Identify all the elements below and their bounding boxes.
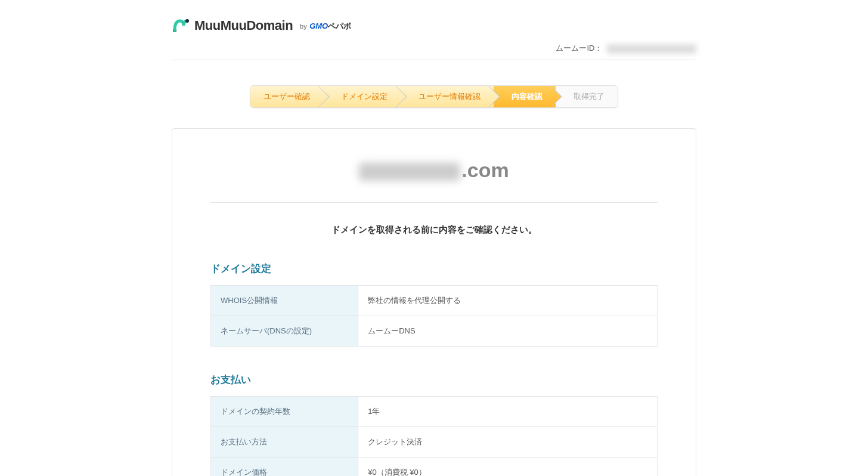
header-divider — [172, 60, 696, 60]
domain-tld: .com — [461, 159, 509, 181]
payment-method-value: クレジット決済 — [358, 427, 658, 458]
logo[interactable]: MuuMuuDomain by GMOペパボ — [172, 17, 696, 35]
logo-text: MuuMuuDomain — [194, 18, 293, 33]
contract-years-value: 1年 — [358, 397, 658, 427]
muumuu-logo-icon — [172, 17, 190, 35]
header: MuuMuuDomain by GMOペパボ ムームーID： — [172, 0, 696, 67]
confirmation-card: .com ドメインを取得される前に内容をご確認ください。 ドメイン設定 WHOI… — [172, 128, 696, 476]
title-divider — [210, 202, 658, 203]
logo-suffix: by GMOペパボ — [297, 20, 351, 32]
nameserver-label: ネームサーバ(DNSの設定) — [211, 316, 358, 347]
section-title-payment: お支払い — [210, 373, 658, 387]
step-content-confirm: 内容確認 — [494, 86, 556, 107]
instruction-text: ドメインを取得される前に内容をご確認ください。 — [190, 224, 678, 236]
domain-name-blurred — [359, 163, 460, 181]
whois-value: 弊社の情報を代理公開する — [358, 286, 658, 316]
step-user-info-confirm: ユーザー情報確認 — [401, 86, 494, 107]
domain-settings-table: WHOIS公開情報 弊社の情報を代理公開する ネームサーバ(DNSの設定) ムー… — [210, 285, 658, 347]
whois-label: WHOIS公開情報 — [211, 286, 358, 316]
section-title-domain-settings: ドメイン設定 — [210, 262, 658, 276]
domain-price-value: ¥0（消費税 ¥0） — [358, 458, 658, 477]
nameserver-value: ムームーDNS — [358, 316, 658, 347]
user-id-row: ムームーID： — [172, 35, 696, 60]
user-id-label: ムームーID： — [556, 44, 602, 52]
table-row: ドメインの契約年数 1年 — [211, 397, 658, 427]
step-user-confirm: ユーザー確認 — [250, 86, 323, 107]
table-row: ドメイン価格 ¥0（消費税 ¥0） — [211, 458, 658, 477]
table-row: お支払い方法 クレジット決済 — [211, 427, 658, 458]
svg-point-1 — [185, 19, 189, 23]
user-id-value — [607, 44, 696, 54]
contract-years-label: ドメインの契約年数 — [211, 397, 358, 427]
step-domain-settings: ドメイン設定 — [323, 86, 401, 107]
payment-table: ドメインの契約年数 1年 お支払い方法 クレジット決済 ドメイン価格 ¥0（消費… — [210, 396, 658, 476]
table-row: ネームサーバ(DNSの設定) ムームーDNS — [211, 316, 658, 347]
progress-steps: ユーザー確認 ドメイン設定 ユーザー情報確認 内容確認 取得完了 — [172, 67, 696, 128]
table-row: WHOIS公開情報 弊社の情報を代理公開する — [211, 286, 658, 316]
step-acquisition-complete: 取得完了 — [556, 86, 618, 107]
domain-price-label: ドメイン価格 — [211, 458, 358, 477]
payment-method-label: お支払い方法 — [211, 427, 358, 458]
domain-title: .com — [190, 159, 678, 182]
